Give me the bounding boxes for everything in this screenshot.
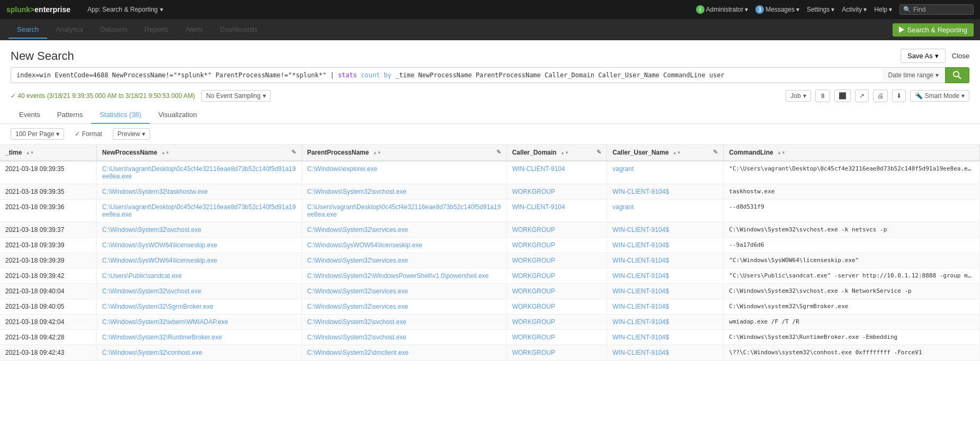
- datetime-range-button[interactable]: Date time range ▾: [882, 67, 945, 83]
- share-button[interactable]: ↗: [855, 89, 869, 102]
- job-button[interactable]: Job ▾: [786, 90, 810, 102]
- tab-statistics[interactable]: Statistics (38): [91, 106, 150, 124]
- table-cell[interactable]: C:\Windows\System32\services.exe: [301, 253, 506, 268]
- print-button[interactable]: 🖨: [873, 89, 888, 102]
- table-cell[interactable]: C:\Windows\System32\dmclient.exe: [301, 345, 506, 361]
- table-cell: 2021-03-18 09:39:35: [0, 184, 96, 200]
- settings-menu[interactable]: Settings ▾: [807, 6, 834, 13]
- table-cell: --d8d531f9: [724, 200, 980, 222]
- table-cell[interactable]: C:\Windows\explorer.exe: [301, 161, 506, 184]
- table-cell: 2021-03-18 09:39:35: [0, 161, 96, 184]
- table-cell[interactable]: C:\Windows\System32\svchost.exe: [96, 222, 301, 238]
- table-cell[interactable]: C:\Users\vagrant\Desktop\0c45cf4e32116ea…: [96, 161, 301, 184]
- table-cell: --9a17d6d6: [724, 238, 980, 253]
- status-row: ✓ 40 events (3/18/21 9:39:35.000 AM to 3…: [0, 87, 980, 106]
- table-cell: 2021-03-18 09:42:43: [0, 345, 96, 361]
- table-cell: "C:\Windows\SysWOW64\licenseskip.exe": [724, 253, 980, 268]
- table-cell: WIN-CLIENT-9104$: [607, 299, 724, 315]
- find-input[interactable]: 🔍 Find: [899, 4, 974, 15]
- activity-menu[interactable]: Activity ▾: [842, 6, 867, 13]
- col-caller-domain: Caller_Domain ▲▼ ✎: [506, 145, 607, 161]
- table-cell: WORKGROUP: [506, 299, 607, 315]
- table-cell: WORKGROUP: [506, 184, 607, 200]
- nav-tab-search[interactable]: Search: [8, 21, 47, 39]
- table-cell[interactable]: C:\Windows\System32\SgrmBroker.exe: [96, 299, 301, 315]
- search-go-button[interactable]: [945, 67, 969, 83]
- table-cell[interactable]: C:\Windows\SysWOW64\licenseskip.exe: [301, 238, 506, 253]
- table-cell[interactable]: C:\Windows\System32\services.exe: [301, 284, 506, 299]
- admin-menu[interactable]: i Administrator ▾: [696, 5, 749, 14]
- preview-button[interactable]: Preview ▾: [113, 128, 150, 140]
- table-cell[interactable]: C:\Windows\System32\conhost.exe: [96, 345, 301, 361]
- edit-parent-process-name-icon[interactable]: ✎: [496, 149, 501, 156]
- play-icon: [899, 26, 904, 33]
- table-cell: C:\Windows\System32\RuntimeBroker.exe -E…: [724, 330, 980, 345]
- table-cell[interactable]: C:\Windows\SysWOW64\licenseskip.exe: [96, 238, 301, 253]
- table-row: 2021-03-18 09:39:35C:\Users\vagrant\Desk…: [0, 161, 980, 184]
- table-cell[interactable]: C:\Windows\System32\svchost.exe: [301, 184, 506, 200]
- export-button[interactable]: ⬇: [892, 89, 906, 102]
- search-input[interactable]: index=win EventCode=4688 NewProcessName!…: [11, 67, 882, 83]
- table-cell: WORKGROUP: [506, 222, 607, 238]
- table-cell: "C:\Users\Public\sandcat.exe" -server ht…: [724, 268, 980, 284]
- table-cell[interactable]: C:\Users\Public\sandcat.exe: [96, 268, 301, 284]
- save-as-button[interactable]: Save As ▾: [901, 49, 946, 63]
- table-cell: WIN-CLIENT-9104$: [607, 184, 724, 200]
- table-cell: WORKGROUP: [506, 284, 607, 299]
- messages-menu[interactable]: 3 Messages ▾: [755, 5, 799, 14]
- top-nav: splunk>enterprise App: Search & Reportin…: [0, 0, 980, 19]
- tab-events[interactable]: Events: [11, 106, 49, 124]
- tab-visualization[interactable]: Visualization: [150, 106, 206, 124]
- col-time: _time ▲▼: [0, 145, 96, 161]
- per-page-button[interactable]: 100 Per Page ▾: [11, 128, 64, 140]
- brand: splunk>enterprise: [6, 5, 70, 14]
- edit-caller-user-name-icon[interactable]: ✎: [713, 149, 718, 156]
- stop-button[interactable]: ⬛: [834, 89, 851, 102]
- search-reporting-button[interactable]: Search & Reporting: [893, 23, 974, 37]
- table-cell: C:\Windows\System32\svchost.exe -k netsv…: [724, 222, 980, 238]
- col-command-line: CommandLine ▲▼: [724, 145, 980, 161]
- table-cell[interactable]: C:\Windows\System32\services.exe: [301, 299, 506, 315]
- table-cell: WIN-CLIENT-9104$: [607, 284, 724, 299]
- table-cell: WORKGROUP: [506, 315, 607, 330]
- table-row: 2021-03-18 09:39:37C:\Windows\System32\s…: [0, 222, 980, 238]
- smart-mode-button[interactable]: 🔦 Smart Mode ▾: [910, 90, 969, 102]
- table-cell[interactable]: C:\Windows\SysWOW64\licenseskip.exe: [96, 253, 301, 268]
- status-right: Job ▾ ⏸ ⬛ ↗ 🖨 ⬇ 🔦 Smart Mode ▾: [786, 89, 969, 102]
- nav-tab-dashboards[interactable]: Dashboards: [211, 21, 265, 39]
- table-cell: WIN-CLIENT-9104$: [607, 345, 724, 361]
- table-cell[interactable]: C:\Users\vagrant\Desktop\0c45cf4e32116ea…: [301, 200, 506, 222]
- table-cell[interactable]: C:\Windows\System32\taskhostw.exe: [96, 184, 301, 200]
- table-cell: 2021-03-18 09:42:28: [0, 330, 96, 345]
- close-button[interactable]: Close: [952, 52, 969, 60]
- table-row: 2021-03-18 09:40:04C:\Windows\System32\s…: [0, 284, 980, 299]
- table-cell: 2021-03-18 09:39:42: [0, 268, 96, 284]
- table-cell[interactable]: C:\Windows\System32\WindowsPowerShell\v1…: [301, 268, 506, 284]
- table-cell[interactable]: C:\Windows\System32\services.exe: [301, 222, 506, 238]
- nav-tab-alerts[interactable]: Alerts: [177, 21, 211, 39]
- edit-new-process-name-icon[interactable]: ✎: [291, 149, 296, 156]
- sampling-button[interactable]: No Event Sampling ▾: [201, 90, 271, 102]
- table-cell[interactable]: C:\Windows\System32\svchost.exe: [301, 315, 506, 330]
- table-row: 2021-03-18 09:40:05C:\Windows\System32\S…: [0, 299, 980, 315]
- second-nav-right: Search & Reporting: [893, 23, 980, 37]
- table-cell[interactable]: C:\Users\vagrant\Desktop\0c45cf4e32116ea…: [96, 200, 301, 222]
- tab-patterns[interactable]: Patterns: [49, 106, 91, 124]
- nav-tab-reports[interactable]: Reports: [136, 21, 177, 39]
- table-cell: WIN-CLIENT-9104$: [607, 222, 724, 238]
- table-cell[interactable]: C:\Windows\System32\svchost.exe: [96, 284, 301, 299]
- nav-tab-datasets[interactable]: Datasets: [92, 21, 136, 39]
- app-name[interactable]: App: Search & Reporting ▾: [87, 6, 163, 13]
- pause-button[interactable]: ⏸: [815, 89, 830, 102]
- nav-tab-analytics[interactable]: Analytics: [47, 21, 92, 39]
- page-title: New Search: [11, 49, 74, 63]
- format-button[interactable]: ✓ Format: [70, 129, 106, 139]
- results-table: _time ▲▼ NewProcessName ▲▼ ✎ ParentProce…: [0, 145, 980, 361]
- table-cell[interactable]: C:\Windows\System32\wbem\WMIADAP.exe: [96, 315, 301, 330]
- table-cell[interactable]: C:\Windows\System32\RuntimeBroker.exe: [96, 330, 301, 345]
- table-cell: WORKGROUP: [506, 238, 607, 253]
- edit-caller-domain-icon[interactable]: ✎: [596, 149, 601, 156]
- help-menu[interactable]: Help ▾: [874, 6, 892, 13]
- table-cell: C:\Windows\System32\svchost.exe -k Netwo…: [724, 284, 980, 299]
- table-cell[interactable]: C:\Windows\System32\svchost.exe: [301, 330, 506, 345]
